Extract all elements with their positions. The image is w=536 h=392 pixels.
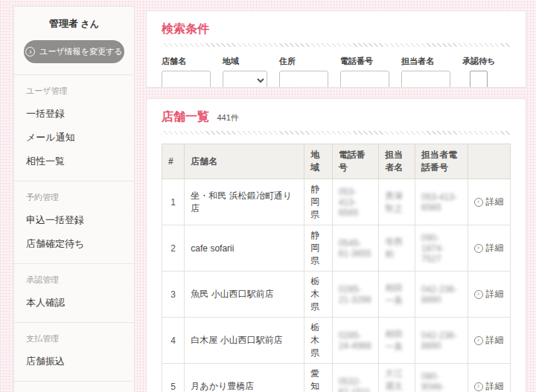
search-panel: 検索条件 店舗名地域住所電話番号担当者名承認待ち (146, 10, 526, 88)
table-column-header: 地域 (304, 144, 332, 179)
sidebar-group-label: 支払管理 (14, 332, 134, 350)
detail-cell: ›詳細 (468, 271, 510, 318)
detail-cell: ›詳細 (468, 225, 510, 271)
search-field-label: 電話番号 (340, 56, 389, 67)
sidebar-group-label: 承認管理 (14, 273, 134, 291)
sidebar-group: 一覧申込ユーザ店舗参加者決済 (14, 381, 134, 392)
store-phone: 053-413-6565 (332, 179, 379, 225)
store-name: 魚民 小山西口駅前店 (185, 271, 304, 318)
table-row: 2cafe sofarii静岡県0545-61-3655寺西和090-1874-… (162, 225, 511, 271)
change-user-info-button[interactable]: › ユーザ情報を変更する (24, 40, 124, 63)
store-region: 愛知県 (304, 364, 332, 392)
search-field-label: 担当者名 (401, 56, 450, 67)
store-name: 坐・和民 浜松鍛冶町通り店 (185, 179, 304, 225)
row-number: 3 (162, 271, 185, 318)
search-field: 担当者名 (401, 56, 450, 88)
row-number: 4 (162, 318, 185, 364)
store-name: 白木屋 小山西口駅前店 (185, 318, 304, 364)
detail-button[interactable]: ›詳細 (474, 334, 504, 347)
store-region: 静岡県 (304, 179, 332, 225)
table-column-header: 電話番号 (332, 144, 379, 179)
manager-name: 相田 一美 (379, 318, 415, 364)
region-select[interactable] (223, 71, 267, 88)
sidebar-item[interactable]: 店舗確定待ち (14, 232, 134, 256)
search-field: 承認待ち (462, 56, 495, 88)
detail-button[interactable]: ›詳細 (474, 196, 504, 208)
search-panel-title: 検索条件 (162, 22, 209, 37)
user-name: 管理者 (49, 18, 78, 29)
store-list-count: 441件 (217, 113, 238, 122)
search-field-label: 住所 (279, 56, 328, 67)
search-input[interactable] (340, 71, 389, 88)
sidebar-group: 支払管理店舗振込 (14, 322, 134, 381)
hatch-divider (162, 131, 511, 135)
store-region: 栃木県 (304, 318, 332, 364)
chevron-circle-icon: › (474, 336, 483, 345)
store-region: 静岡県 (304, 225, 332, 271)
search-field: 電話番号 (340, 56, 389, 88)
store-phone: 0532-67-1511 (332, 364, 379, 392)
row-number: 1 (162, 179, 185, 225)
sidebar-item[interactable]: メール通知 (14, 126, 134, 150)
manager-phone: 042-236-8890 (415, 318, 468, 364)
manager-name: 寺西和 (379, 225, 415, 271)
sidebar-group-label: 予約管理 (14, 190, 134, 208)
sidebar-item[interactable]: 一括登録 (14, 102, 134, 126)
detail-button[interactable]: ›詳細 (474, 242, 504, 254)
user-name-suffix: さん (81, 19, 100, 29)
store-name: 月あかり豊橋店 (185, 364, 304, 392)
search-field-label: 店舗名 (162, 56, 211, 67)
table-column-header: 担当者電話番号 (415, 144, 468, 179)
table-row: 4白木屋 小山西口駅前店栃木県0285-24-4988相田 一美042-236-… (162, 318, 511, 364)
detail-cell: ›詳細 (468, 179, 510, 225)
user-block: 管理者 さん (14, 7, 134, 32)
change-user-info-label: ユーザ情報を変更する (39, 46, 122, 57)
sidebar-group: 承認管理本人確認 (14, 263, 134, 322)
manager-name: 大江甫太郎 (379, 364, 415, 392)
table-header-row: #店舗名地域電話番号担当者名担当者電話番号 (162, 144, 511, 179)
detail-label: 詳細 (486, 380, 504, 392)
sidebar-item[interactable]: 本人確認 (14, 291, 134, 315)
row-number: 2 (162, 225, 185, 271)
table-row: 1坐・和民 浜松鍛冶町通り店静岡県053-413-6565奥塚聖之053-413… (162, 179, 511, 225)
store-name: cafe sofarii (185, 225, 304, 271)
store-phone: 0285-21-3298 (332, 271, 379, 318)
sidebar-group: 予約管理申込一括登録店舗確定待ち (14, 181, 134, 263)
store-list-panel: 店舗一覧 441件 #店舗名地域電話番号担当者名担当者電話番号 1坐・和民 浜松… (146, 98, 526, 392)
manager-phone: 080-9046-3056 (415, 364, 468, 392)
search-field: 住所 (279, 56, 328, 88)
detail-label: 詳細 (486, 242, 504, 254)
manager-phone: 042-236-8890 (415, 271, 468, 318)
manager-name: 奥塚聖之 (379, 179, 415, 225)
approval-pending-checkbox[interactable] (470, 71, 488, 88)
sidebar-item[interactable]: 相性一覧 (14, 150, 134, 173)
sidebar-group: ユーザ管理一括登録メール通知相性一覧 (14, 74, 134, 181)
store-phone: 0545-61-3655 (332, 225, 379, 271)
detail-button[interactable]: ›詳細 (474, 288, 504, 301)
detail-button[interactable]: ›詳細 (474, 380, 504, 392)
detail-cell: ›詳細 (468, 318, 510, 364)
search-input[interactable] (162, 71, 211, 88)
sidebar-groups: ユーザ管理一括登録メール通知相性一覧予約管理申込一括登録店舗確定待ち承認管理本人… (14, 74, 134, 392)
sidebar-item[interactable]: 申込一括登録 (14, 208, 134, 232)
detail-label: 詳細 (486, 288, 504, 301)
hatch-divider (162, 43, 511, 47)
row-number: 5 (162, 364, 185, 392)
table-column-header: # (162, 144, 185, 179)
search-input[interactable] (401, 71, 450, 88)
table-column-header: 担当者名 (379, 144, 415, 179)
search-field-label: 承認待ち (462, 56, 495, 67)
detail-cell: ›詳細 (468, 364, 510, 392)
manager-phone: 090-1874-7527 (415, 225, 468, 271)
chevron-circle-icon: › (25, 47, 35, 57)
sidebar-item[interactable]: 店舗振込 (14, 350, 134, 373)
search-field: 店舗名 (162, 56, 211, 88)
chevron-circle-icon: › (474, 290, 483, 299)
search-fields: 店舗名地域住所電話番号担当者名承認待ち (162, 56, 511, 88)
store-phone: 0285-24-4988 (332, 318, 379, 364)
sidebar-group-label: ユーザ管理 (14, 84, 134, 102)
search-input[interactable] (279, 71, 328, 88)
sidebar: 管理者 さん › ユーザ情報を変更する ユーザ管理一括登録メール通知相性一覧予約… (13, 6, 135, 392)
chevron-circle-icon: › (474, 244, 483, 253)
table-column-header (468, 144, 510, 179)
